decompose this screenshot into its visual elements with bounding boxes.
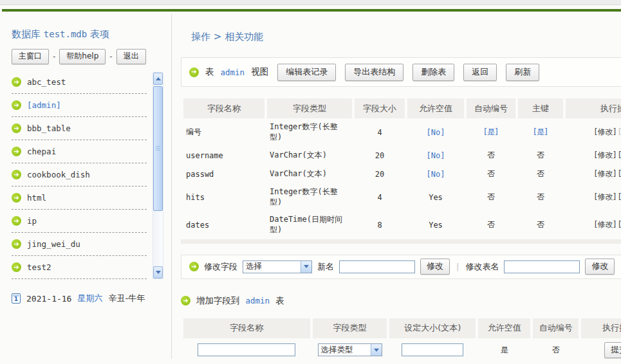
sidebar-title-prefix: 数据库	[12, 28, 41, 40]
submit-button[interactable]: 提交	[604, 342, 621, 358]
allow-null-link[interactable]: [No]	[407, 146, 464, 165]
allow-null-link[interactable]: [No]	[407, 165, 464, 183]
green-arrow-icon: ➜	[12, 170, 21, 179]
table-list-item-admin[interactable]: ➜ [admin]	[12, 94, 147, 117]
newname-input[interactable]	[339, 260, 415, 273]
field-select[interactable]: 选择	[243, 260, 312, 273]
date-value: 2021-1-16	[26, 294, 71, 304]
green-arrow-icon: ➜	[12, 100, 21, 110]
rename-table-button[interactable]: 修改	[585, 259, 615, 275]
table-list-item-ip[interactable]: ➜ ip	[12, 210, 147, 233]
list-scrollbar[interactable]	[153, 72, 163, 279]
modify-field-link[interactable]: [修改]	[595, 192, 616, 201]
rename-table-input[interactable]	[504, 260, 580, 273]
scrollbar-thumb[interactable]	[153, 86, 163, 211]
add-field-heading: ➜ 增加字段到 admin 表	[181, 295, 621, 307]
field-type: DateTime(日期时间型)	[267, 211, 352, 239]
delete-field-link[interactable]: [删除]	[618, 192, 621, 201]
table-name-label: [admin]	[27, 100, 61, 110]
toolbar-suffix-label: 视图	[251, 66, 268, 78]
page-content: 数据库 test.mdb 表项 主窗口 - 帮助help - 退出 ➜ abc_…	[5, 12, 621, 359]
field-type-select[interactable]: 选择类型	[318, 343, 382, 356]
exit-button[interactable]: 退出	[116, 49, 146, 64]
modify-field-link[interactable]: [修改]	[595, 220, 616, 229]
table-list-item-html[interactable]: ➜ html	[12, 187, 147, 210]
export-structure-button[interactable]: 导出表结构	[345, 64, 403, 81]
primary-key-value: 否	[518, 146, 563, 165]
field-type: Integer数字(长整型)	[267, 183, 352, 211]
calendar-icon: 1	[12, 293, 21, 304]
delete-field-link[interactable]: [删除]	[618, 150, 621, 159]
delete-field-link-disabled: [删除]	[618, 127, 621, 136]
select-dropdown-button[interactable]	[371, 344, 382, 356]
allow-null-link[interactable]: [No]	[407, 118, 464, 146]
table-list-item-test2[interactable]: ➜ test2	[12, 256, 147, 279]
drop-table-button[interactable]: 删除表	[412, 64, 454, 81]
table-name-label: abc_test	[27, 77, 66, 87]
auto-number-link[interactable]: [是]	[467, 118, 515, 146]
button-separator: -	[53, 52, 55, 61]
field-size-input-disabled	[402, 343, 463, 356]
green-arrow-icon: ➜	[189, 262, 199, 271]
modify-field-button[interactable]: 修改	[420, 259, 450, 275]
table-name-label: cookbook_dish	[27, 170, 90, 179]
col-header-field-name: 字段名称	[183, 318, 310, 338]
col-header-field-type: 字段类型	[313, 318, 387, 338]
date-row: 1 2021-1-16 星期六 辛丑-牛年	[12, 293, 171, 304]
allow-null-value: Yes	[407, 211, 464, 239]
col-header-auto-number: 自动编号	[467, 98, 515, 118]
breadcrumb-related-functions: 相关功能	[225, 31, 263, 42]
table-name-label: html	[27, 193, 46, 203]
add-field-header-row: 字段名称 字段类型 设定大小(文本) 允许空值 自动编号 执行操作	[183, 318, 621, 338]
breadcrumb-operation[interactable]: 操作	[191, 31, 210, 42]
sidebar-title: 数据库 test.mdb 表项	[12, 28, 171, 41]
allow-null-default: 是	[478, 338, 530, 359]
field-type: VarChar(文本)	[267, 146, 352, 165]
green-arrow-icon: ➜	[12, 77, 21, 87]
modify-field-bar: ➜ 修改字段 选择 新名 修改 | 修改表名 修改	[181, 255, 621, 279]
edit-records-button[interactable]: 编辑表记录	[277, 64, 336, 81]
table-list-item-chepai[interactable]: ➜ chepai	[12, 140, 147, 163]
scrollbar-down-button[interactable]	[153, 266, 163, 278]
col-header-primary-key: 主键	[518, 98, 563, 118]
toolbar-prefix-label: 表	[205, 66, 214, 78]
select-dropdown-button[interactable]	[301, 261, 311, 273]
field-row-hits: hits Integer数字(长整型) 4 Yes 否 否 [修改] [删除]	[183, 183, 621, 211]
green-arrow-icon: ➜	[12, 147, 21, 156]
table-list-item-jing_wei_du[interactable]: ➜ jing_wei_du	[12, 233, 147, 256]
table-name-label: bbb_table	[27, 123, 71, 133]
new-field-name-input[interactable]	[198, 343, 295, 356]
refresh-button[interactable]: 刷新	[506, 64, 539, 81]
primary-key-value: 否	[518, 211, 563, 239]
table-list-item-bbb_table[interactable]: ➜ bbb_table	[12, 117, 147, 140]
field-name: hits	[183, 183, 264, 211]
field-row-bianhao: 编号 Integer数字(长整型) 4 [No] [是] [是] [修改] [删…	[183, 118, 621, 146]
field-type-select-value: 选择类型	[321, 345, 367, 356]
green-arrow-icon: ➜	[189, 68, 199, 77]
main-window-button[interactable]: 主窗口	[12, 49, 49, 64]
scrollbar-up-button[interactable]	[153, 73, 163, 85]
fields-table: 字段名称 字段类型 字段大小 允许空值 自动编号 主键 执行操作 编号 Inte…	[181, 98, 621, 239]
main-panel: 操作 > 相关功能 ➜ 表 admin 视图 编辑表记录 导出表结构 删除表 返…	[172, 12, 621, 359]
col-header-set-size: 设定大小(文本)	[389, 318, 476, 338]
window-button-row: 主窗口 - 帮助help - 退出	[12, 49, 171, 64]
green-arrow-icon: ➜	[12, 123, 21, 133]
col-header-field-type: 字段类型	[267, 98, 352, 118]
delete-field-link[interactable]: [删除]	[618, 220, 621, 229]
field-name: passwd	[183, 165, 264, 183]
primary-key-link[interactable]: [是]	[518, 118, 563, 146]
delete-field-link[interactable]: [删除]	[618, 169, 621, 178]
help-button[interactable]: 帮助help	[59, 49, 106, 64]
col-header-auto-number: 自动编号	[533, 318, 579, 338]
modify-field-link[interactable]: [修改]	[595, 169, 616, 178]
table-list-item-abc_test[interactable]: ➜ abc_test	[12, 71, 147, 94]
breadcrumb-separator: >	[214, 31, 222, 42]
table-list-item-cookbook_dish[interactable]: ➜ cookbook_dish	[12, 163, 147, 187]
modify-field-link[interactable]: [修改]	[595, 150, 616, 159]
auto-number-default: 否	[533, 338, 579, 359]
back-button[interactable]: 返回	[463, 64, 497, 81]
add-field-table-name: admin	[246, 296, 270, 305]
chevron-up-icon	[156, 77, 161, 80]
weekday-label: 星期六	[77, 293, 102, 304]
modify-field-link[interactable]: [修改]	[595, 127, 616, 136]
